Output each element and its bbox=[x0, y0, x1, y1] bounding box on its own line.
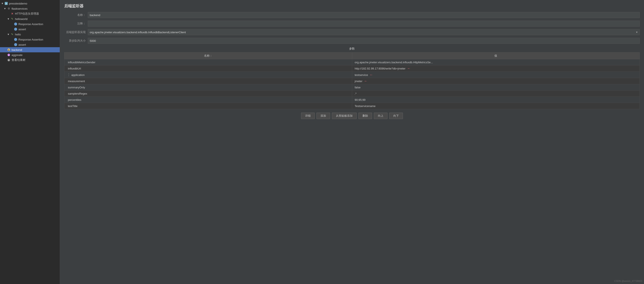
drag-handle[interactable] bbox=[67, 85, 68, 89]
table-row: percentiles90;95;99 bbox=[64, 97, 640, 103]
drag-handle[interactable] bbox=[67, 60, 68, 64]
table-row: testTitleTestservicename bbox=[64, 103, 640, 109]
aggregate-icon: A bbox=[7, 53, 11, 57]
delete-button[interactable]: 删除 bbox=[358, 113, 372, 119]
sidebar-item-helloworld[interactable]: ▼ ✎ helloworld bbox=[0, 16, 60, 22]
svg-text:A: A bbox=[8, 54, 10, 56]
param-name-cell: percentiles bbox=[64, 97, 352, 103]
sidebar-item-http-header[interactable]: ✕ HTTP信息头管理器 bbox=[0, 11, 60, 16]
table-row: influxdbMetricsSenderorg.apache.jmeter.v… bbox=[64, 59, 640, 65]
sidebar-label-assert-1: assert bbox=[18, 28, 26, 31]
toggle-hello: ▼ bbox=[7, 33, 10, 36]
sidebar-label-backend: backend bbox=[12, 48, 22, 52]
drag-handle[interactable] bbox=[67, 98, 68, 101]
table-row: samplersRegex.* bbox=[64, 90, 640, 97]
queue-row: 异步队列大小 bbox=[64, 38, 640, 44]
col-header-name: 名称： bbox=[64, 53, 352, 59]
impl-select[interactable]: org.apache.jmeter.visualizers.backend.in… bbox=[88, 29, 640, 35]
toggle-ra1 bbox=[10, 23, 13, 25]
sidebar-label-assert-2: assert bbox=[18, 43, 26, 46]
drag-handle[interactable] bbox=[67, 104, 68, 108]
sidebar-label-results-tree: 查看结果树 bbox=[12, 58, 26, 62]
add-button[interactable]: 添加 bbox=[316, 113, 330, 119]
project-icon: A bbox=[4, 2, 8, 5]
bottom-buttons: 详细 添加 从剪贴板添加 删除 向上 向下 bbox=[64, 113, 640, 119]
gear-icon: ⚙ bbox=[7, 7, 11, 11]
name-row: 名称： bbox=[64, 12, 640, 18]
toggle-ra2 bbox=[10, 38, 13, 41]
sidebar-item-presstestdemo[interactable]: ▼ A presstestdemo bbox=[0, 1, 60, 6]
name-input[interactable] bbox=[88, 12, 640, 18]
param-value-cell: testservice ← bbox=[352, 72, 640, 78]
main-panel: 后端监听器 名称： 注释： 后端监听器实现 org.apache.jmeter.… bbox=[60, 0, 644, 284]
sidebar: ▼ A presstestdemo ▼ ⚙ flaskservices ✕ HT… bbox=[0, 0, 60, 284]
param-value-cell: .* bbox=[352, 90, 640, 97]
param-name-cell: influxdbMetricsSender bbox=[64, 59, 352, 65]
col-header-value: 值 bbox=[352, 53, 640, 59]
param-value-cell: http://182.92.99.17:8086/write?db=jmeter… bbox=[352, 65, 640, 72]
up-button[interactable]: 向上 bbox=[374, 113, 388, 119]
param-name-cell: ⋮application bbox=[64, 72, 352, 78]
sidebar-label-aggreate: aggreate bbox=[12, 53, 22, 57]
table-row: influxdbUrlhttp://182.92.99.17:8086/writ… bbox=[64, 65, 640, 72]
sidebar-label-flaskservices: flaskservices bbox=[12, 7, 28, 10]
toggle-assert2 bbox=[10, 43, 13, 46]
param-name-cell: summaryOnly bbox=[64, 84, 352, 90]
toggle-assert1 bbox=[10, 28, 13, 31]
drag-handle[interactable] bbox=[67, 79, 68, 83]
assert-icon-3 bbox=[14, 38, 18, 41]
param-name-cell: measurement bbox=[64, 78, 352, 84]
sidebar-item-response-assertion-1[interactable]: Response Assertion bbox=[0, 22, 60, 27]
http-x-icon: ✕ bbox=[10, 12, 14, 16]
detail-button[interactable]: 详细 bbox=[301, 113, 315, 119]
watermark: CSDN @weixin_47738823 bbox=[614, 280, 642, 282]
sidebar-item-assert-2[interactable]: assert bbox=[0, 42, 60, 47]
annotation-arrow: ← bbox=[370, 73, 373, 77]
sidebar-label-hello: hello bbox=[15, 33, 21, 36]
drag-handle[interactable] bbox=[67, 92, 68, 95]
table-row: summaryOnlyfalse bbox=[64, 84, 640, 90]
param-name-cell: samplersRegex bbox=[64, 90, 352, 97]
pencil-icon-helloworld: ✎ bbox=[10, 17, 14, 21]
assert-icon-2 bbox=[14, 27, 18, 31]
sidebar-label-http-header: HTTP信息头管理器 bbox=[15, 12, 39, 16]
sidebar-label-response-assertion-2: Response Assertion bbox=[18, 38, 43, 41]
sidebar-item-flaskservices[interactable]: ▼ ⚙ flaskservices bbox=[0, 6, 60, 11]
sidebar-item-aggreate[interactable]: A aggreate bbox=[0, 52, 60, 58]
param-name-cell: influxdbUrl bbox=[64, 65, 352, 72]
sidebar-label-helloworld: helloworld bbox=[15, 17, 28, 21]
svg-text:B: B bbox=[8, 49, 10, 51]
panel-title: 后端监听器 bbox=[64, 4, 640, 9]
param-value-cell: jmeter ← bbox=[352, 78, 640, 84]
down-button[interactable]: 向下 bbox=[389, 113, 403, 119]
paste-add-button[interactable]: 从剪贴板添加 bbox=[332, 113, 357, 119]
backend-icon: B bbox=[7, 48, 11, 52]
queue-input[interactable] bbox=[88, 38, 640, 44]
toggle-presstestdemo: ▼ bbox=[1, 2, 4, 5]
sidebar-item-response-assertion-2[interactable]: Response Assertion bbox=[0, 37, 60, 42]
sidebar-item-results-tree[interactable]: R 查看结果树 bbox=[0, 58, 60, 63]
toggle-aggreate bbox=[4, 54, 6, 56]
toggle-helloworld: ▼ bbox=[7, 18, 10, 20]
sidebar-item-hello[interactable]: ▼ ✎ hello bbox=[0, 32, 60, 37]
sidebar-item-backend[interactable]: B backend bbox=[0, 47, 60, 52]
svg-text:R: R bbox=[8, 59, 10, 61]
drag-handle[interactable]: ⋮ bbox=[67, 73, 71, 77]
toggle-http bbox=[7, 13, 10, 15]
sidebar-label-response-assertion-1: Response Assertion bbox=[18, 23, 43, 26]
toggle-backend bbox=[4, 49, 6, 51]
sidebar-item-assert-1[interactable]: assert bbox=[0, 27, 60, 32]
param-name-cell: testTitle bbox=[64, 103, 352, 109]
queue-label: 异步队列大小 bbox=[64, 39, 88, 43]
svg-text:A: A bbox=[6, 3, 7, 5]
assert-icon-4 bbox=[14, 43, 18, 47]
sidebar-label-presstestdemo: presstestdemo bbox=[9, 2, 27, 5]
drag-handle[interactable] bbox=[67, 67, 68, 70]
comment-row: 注释： bbox=[64, 21, 640, 27]
toggle-results bbox=[4, 59, 6, 61]
param-value-cell: false bbox=[352, 84, 640, 90]
comment-label: 注释： bbox=[64, 22, 88, 26]
comment-input[interactable] bbox=[88, 21, 640, 27]
assert-icon-1 bbox=[14, 22, 18, 26]
annotation-arrow: ← bbox=[364, 79, 368, 83]
